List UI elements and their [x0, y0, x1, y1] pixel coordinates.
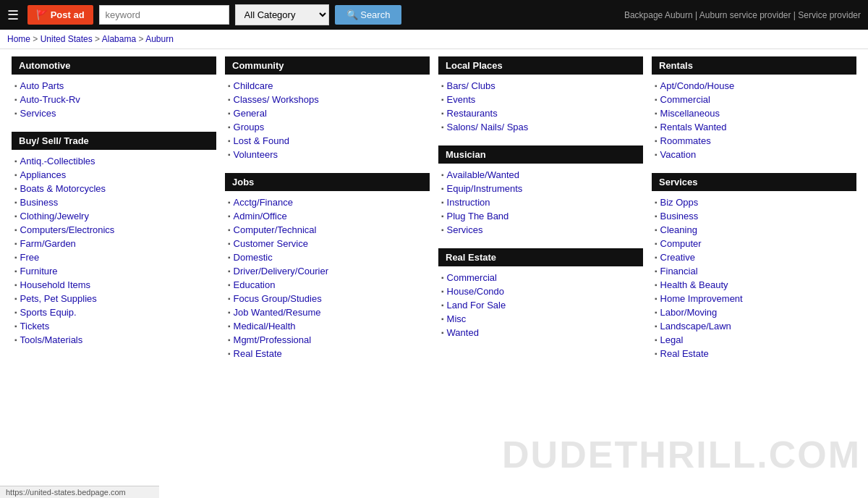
link-job-wanted-resume[interactable]: Job Wanted/Resume	[234, 307, 321, 318]
link-computers-electronics[interactable]: Computers/Electronics	[20, 224, 115, 235]
link-commercial[interactable]: Commercial	[447, 272, 497, 283]
link-medical-health[interactable]: Medical/Health	[234, 321, 296, 332]
breadcrumb-us[interactable]: United States	[41, 34, 93, 44]
list-item: Land For Sale	[441, 298, 643, 312]
list-item: Auto Parts	[14, 79, 216, 93]
list-item: Childcare	[228, 79, 430, 93]
link-lost---found[interactable]: Lost & Found	[234, 135, 289, 146]
link-services[interactable]: Services	[447, 224, 483, 235]
link-salons--nails--spas[interactable]: Salons/ Nails/ Spas	[447, 122, 529, 132]
link-computer-technical[interactable]: Computer/Technical	[234, 224, 317, 235]
link-cleaning[interactable]: Cleaning	[660, 224, 697, 235]
link-real-estate[interactable]: Real Estate	[660, 348, 709, 359]
link-appliances[interactable]: Appliances	[20, 169, 67, 180]
link-equip-instruments[interactable]: Equip/Instruments	[447, 183, 523, 194]
link-roommates[interactable]: Roommates	[660, 135, 711, 146]
link-tools-materials[interactable]: Tools/Materials	[20, 334, 83, 345]
link-health---beauty[interactable]: Health & Beauty	[660, 279, 728, 290]
link-apt-condo-house[interactable]: Apt/Condo/House	[660, 80, 735, 91]
link-household-items[interactable]: Household Items	[20, 279, 91, 290]
link-boats---motorcycles[interactable]: Boats & Motorcycles	[20, 183, 106, 194]
link-house-condo[interactable]: House/Condo	[447, 286, 505, 297]
link-sports-equip-[interactable]: Sports Equip.	[20, 307, 77, 318]
link-antiq--collectibles[interactable]: Antiq.-Collectibles	[20, 156, 95, 166]
link-computer[interactable]: Computer	[660, 238, 702, 249]
link-pets--pet-supplies[interactable]: Pets, Pet Supplies	[20, 293, 97, 304]
link-events[interactable]: Events	[447, 94, 476, 105]
breadcrumb-alabama[interactable]: Alabama	[102, 34, 136, 44]
list-item: Customer Service	[228, 237, 430, 250]
link-volunteers[interactable]: Volunteers	[234, 149, 278, 160]
link-admin-office[interactable]: Admin/Office	[234, 211, 287, 221]
link-labor-moving[interactable]: Labor/Moving	[660, 307, 718, 318]
link-business[interactable]: Business	[660, 211, 699, 221]
list-item: Wanted	[441, 326, 643, 339]
link-customer-service[interactable]: Customer Service	[234, 238, 308, 249]
link-classes--workshops[interactable]: Classes/ Workshops	[234, 94, 319, 105]
link-farm-garden[interactable]: Farm/Garden	[20, 238, 76, 249]
link-creative[interactable]: Creative	[660, 252, 695, 263]
list-item: Cleaning	[655, 223, 856, 237]
search-button[interactable]: Search	[335, 5, 402, 25]
link-tickets[interactable]: Tickets	[20, 321, 50, 332]
breadcrumb-home[interactable]: Home	[7, 34, 30, 44]
link-home-improvement[interactable]: Home Improvement	[660, 293, 743, 304]
link-misc[interactable]: Misc	[447, 313, 467, 324]
section-jobs: JobsAcctg/FinanceAdmin/OfficeComputer/Te…	[225, 173, 430, 360]
link-services[interactable]: Services	[20, 108, 56, 119]
link-education[interactable]: Education	[234, 279, 276, 290]
link-vacation[interactable]: Vacation	[660, 149, 697, 160]
link-mgmt-professional[interactable]: Mgmt/Professional	[234, 334, 312, 345]
breadcrumb-auburn[interactable]: Auburn	[145, 34, 174, 44]
list-item: Creative	[655, 250, 856, 264]
link-land-for-sale[interactable]: Land For Sale	[447, 300, 506, 311]
link-acctg-finance[interactable]: Acctg/Finance	[234, 197, 293, 208]
link-wanted[interactable]: Wanted	[447, 327, 479, 338]
link-auto-truck-rv[interactable]: Auto-Truck-Rv	[20, 94, 80, 105]
list-item: Boats & Motorcycles	[14, 182, 216, 195]
link-real-estate[interactable]: Real Estate	[234, 348, 282, 359]
list-item: Domestic	[228, 250, 430, 264]
category-list-real-estate: CommercialHouse/CondoLand For SaleMiscWa…	[438, 271, 643, 339]
column-0: AutomotiveAuto PartsAuto-Truck-RvService…	[7, 56, 221, 372]
breadcrumb: Home > United States > Alabama > Auburn	[0, 30, 868, 49]
link-clothing-jewelry[interactable]: Clothing/Jewelry	[20, 211, 89, 221]
link-groups[interactable]: Groups	[234, 122, 265, 132]
link-focus-group-studies[interactable]: Focus Group/Studies	[234, 293, 322, 304]
hamburger-icon[interactable]: ☰	[7, 7, 19, 23]
link-commercial[interactable]: Commercial	[660, 94, 710, 105]
category-list-rentals: Apt/Condo/HouseCommercialMiscellaneousRe…	[652, 79, 856, 161]
list-item: Rentals Wanted	[655, 120, 856, 134]
link-driver-delivery-courier[interactable]: Driver/Delivery/Courier	[234, 266, 328, 277]
link-bars--clubs[interactable]: Bars/ Clubs	[447, 80, 495, 91]
category-select[interactable]: All Category	[235, 4, 329, 25]
link-plug-the-band[interactable]: Plug The Band	[447, 211, 509, 221]
link-childcare[interactable]: Childcare	[234, 80, 273, 91]
link-legal[interactable]: Legal	[660, 334, 684, 345]
list-item: Clothing/Jewelry	[14, 209, 216, 223]
link-available-wanted[interactable]: Available/Wanted	[447, 169, 519, 180]
list-item: Financial	[655, 264, 856, 278]
link-free[interactable]: Free	[20, 252, 40, 263]
list-item: House/Condo	[441, 284, 643, 298]
link-miscellaneous[interactable]: Miscellaneous	[660, 108, 720, 119]
link-landscape-lawn[interactable]: Landscape/Lawn	[660, 321, 731, 332]
list-item: Events	[441, 93, 643, 106]
keyword-input[interactable]	[99, 5, 229, 25]
link-instruction[interactable]: Instruction	[447, 197, 490, 208]
link-domestic[interactable]: Domestic	[234, 252, 273, 263]
link-furniture[interactable]: Furniture	[20, 266, 58, 277]
link-financial[interactable]: Financial	[660, 266, 698, 277]
link-rentals-wanted[interactable]: Rentals Wanted	[660, 122, 727, 132]
list-item: Salons/ Nails/ Spas	[441, 120, 643, 134]
list-item: Available/Wanted	[441, 168, 643, 182]
link-auto-parts[interactable]: Auto Parts	[20, 80, 64, 91]
list-item: Admin/Office	[228, 209, 430, 223]
link-biz-opps[interactable]: Biz Opps	[660, 197, 699, 208]
link-business[interactable]: Business	[20, 197, 59, 208]
list-item: Services	[14, 106, 216, 120]
link-restaurants[interactable]: Restaurants	[447, 108, 498, 119]
link-general[interactable]: General	[234, 108, 267, 119]
list-item: Restaurants	[441, 106, 643, 120]
post-ad-button[interactable]: Post ad	[27, 5, 93, 25]
